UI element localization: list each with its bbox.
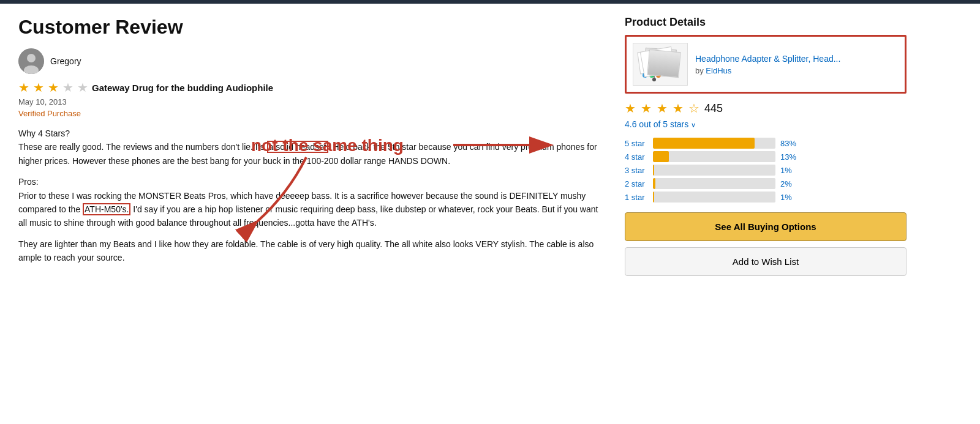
product-details-title: Product Details xyxy=(625,16,907,29)
product-image-sim xyxy=(636,46,685,83)
star-2: ★ xyxy=(33,80,44,95)
bar-label-2[interactable]: 2 star xyxy=(625,179,648,188)
avatar xyxy=(18,48,44,74)
prod-star-half: ☆ xyxy=(688,101,699,116)
bar-row-2star[interactable]: 2 star 2% xyxy=(625,178,907,189)
rating-count: 445 xyxy=(704,102,723,115)
bar-fill-3 xyxy=(653,165,654,176)
prod-star-4: ★ xyxy=(673,101,684,116)
review-body: Why 4 Stars? These are really good. The … xyxy=(18,127,600,265)
prod-star-1: ★ xyxy=(625,101,636,116)
product-card[interactable]: Headphone Adapter & Splitter, Head... by… xyxy=(625,35,907,94)
svg-point-11 xyxy=(652,78,656,81)
bars-section: 5 star 83% 4 star 13% 3 star 1% xyxy=(625,138,907,203)
bar-fill-5 xyxy=(653,138,755,149)
bar-track-3 xyxy=(653,165,775,176)
review-title: Gateway Drug for the budding Audiophile xyxy=(92,83,273,93)
verified-purchase: Verified Purchase xyxy=(18,109,600,118)
svg-point-1 xyxy=(27,54,36,62)
svg-rect-8 xyxy=(644,48,677,73)
svg-rect-9 xyxy=(648,52,673,70)
bar-fill-2 xyxy=(653,178,655,189)
rating-link[interactable]: 4.6 out of 5 stars ∨ xyxy=(625,119,696,129)
bar-row-1star[interactable]: 1 star 1% xyxy=(625,192,907,203)
bar-row-3star[interactable]: 3 star 1% xyxy=(625,165,907,176)
review-wrapper: Why 4 Stars? These are really good. The … xyxy=(18,127,600,265)
product-name[interactable]: Headphone Adapter & Splitter, Head... xyxy=(695,54,899,64)
star-5: ★ xyxy=(77,80,88,95)
product-by: by EldHus xyxy=(695,66,899,75)
add-to-wish-list-button[interactable]: Add to Wish List xyxy=(625,247,907,276)
review-date: May 10, 2013 xyxy=(18,97,600,106)
bar-label-4[interactable]: 4 star xyxy=(625,152,648,162)
svg-point-13 xyxy=(649,73,654,78)
bar-track-4 xyxy=(653,151,775,162)
bar-label-5[interactable]: 5 star xyxy=(625,139,648,148)
bar-track-1 xyxy=(653,192,775,203)
star-4: ★ xyxy=(62,80,74,95)
highlight-solid-headset: a solid headset xyxy=(267,141,328,153)
bar-label-3[interactable]: 3 star xyxy=(625,166,648,175)
reviewer-name: Gregory xyxy=(50,56,81,66)
rating-row: ★ ★ ★ ★ ☆ 445 xyxy=(625,101,907,116)
svg-point-14 xyxy=(656,73,661,78)
svg-point-12 xyxy=(643,73,647,78)
see-all-buying-options-button[interactable]: See All Buying Options xyxy=(625,212,907,241)
reviewer-row: Gregory xyxy=(18,48,600,74)
prod-star-3: ★ xyxy=(657,101,668,116)
highlight-ath-m50: ATH-M50's. xyxy=(83,203,130,215)
bar-row-4star[interactable]: 4 star 13% xyxy=(625,151,907,162)
star-3: ★ xyxy=(48,80,59,95)
review-paragraph-2: Pros: Prior to these I was rocking the M… xyxy=(18,175,600,230)
bar-track-2 xyxy=(653,178,775,189)
star-1: ★ xyxy=(18,80,29,95)
bar-label-1[interactable]: 1 star xyxy=(625,193,648,202)
bar-fill-4 xyxy=(653,151,669,162)
right-panel: Product Details xyxy=(625,16,907,276)
bar-pct-2: 2% xyxy=(780,179,802,188)
bar-fill-1 xyxy=(653,192,654,203)
review-paragraph-1: Why 4 Stars? These are really good. The … xyxy=(18,127,600,168)
product-image xyxy=(633,43,688,86)
review-stars: ★ ★ ★ ★ ★ Gateway Drug for the budding A… xyxy=(18,80,600,95)
product-brand[interactable]: EldHus xyxy=(706,66,731,75)
product-info: Headphone Adapter & Splitter, Head... by… xyxy=(695,54,899,75)
bar-track-5 xyxy=(653,138,775,149)
bar-pct-1: 1% xyxy=(780,193,802,202)
left-panel: Customer Review Gregory ★ ★ ★ ★ ★ Gatewa… xyxy=(18,16,600,276)
bar-pct-3: 1% xyxy=(780,166,802,175)
rating-link-row: 4.6 out of 5 stars ∨ xyxy=(625,119,907,129)
bar-pct-4: 13% xyxy=(780,152,802,162)
review-paragraph-3: They are lighter than my Beats and I lik… xyxy=(18,237,600,265)
prod-star-2: ★ xyxy=(641,101,652,116)
bar-pct-5: 83% xyxy=(780,139,802,148)
svg-rect-7 xyxy=(638,49,668,74)
bar-row-5star[interactable]: 5 star 83% xyxy=(625,138,907,149)
page-title: Customer Review xyxy=(18,16,600,39)
svg-rect-6 xyxy=(636,46,685,83)
chevron-down-icon: ∨ xyxy=(691,121,696,128)
